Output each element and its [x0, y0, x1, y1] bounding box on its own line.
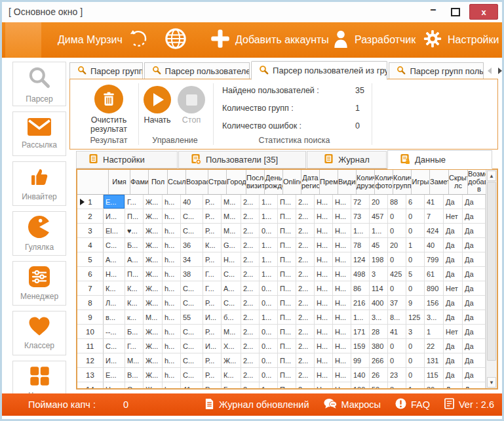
table-cell[interactable]: 7 — [425, 209, 444, 223]
table-cell[interactable]: 0... — [260, 224, 278, 237]
table-row[interactable]: 6Н...П...Ж...h...38Г...С...2...1...П...2… — [77, 267, 486, 281]
table-cell[interactable]: И... — [203, 339, 222, 353]
sidebar-item-mailer[interactable]: Рассылка — [12, 111, 66, 156]
table-cell[interactable]: 26 — [370, 368, 388, 382]
table-cell[interactable]: 2... — [241, 238, 260, 252]
row-header[interactable]: 2 — [77, 209, 104, 223]
refresh-button[interactable] — [128, 22, 149, 58]
scroll-down-icon[interactable]: ▼ — [487, 377, 496, 388]
table-cell[interactable]: 2... — [296, 296, 315, 310]
table-cell[interactable]: С... — [125, 382, 144, 388]
table-cell[interactable]: П... — [278, 310, 296, 324]
table-row[interactable]: 10--...Б...Ж...h...С...Р...М...2...0...П… — [77, 325, 486, 339]
table-cell[interactable]: Н... — [315, 281, 333, 295]
table-cell[interactable]: 72 — [351, 195, 370, 209]
table-cell[interactable]: 1 — [406, 382, 425, 388]
table-cell[interactable]: ♥... — [125, 224, 144, 237]
table-row[interactable]: 14Н...С...Ж...h...41Р...Б...2...1...П...… — [77, 382, 486, 388]
table-cell[interactable]: С... — [181, 209, 203, 223]
tab-parser-groups-of-users[interactable]: Парсер групп польз — [389, 62, 484, 79]
table-cell[interactable]: 171 — [351, 325, 370, 338]
table-cell[interactable]: Н... — [333, 252, 351, 266]
table-cell[interactable]: П... — [278, 252, 296, 266]
table-cell[interactable]: Р... — [203, 224, 222, 237]
row-header[interactable]: 6 — [77, 267, 104, 281]
table-cell[interactable]: 2... — [241, 353, 260, 367]
table-cell[interactable]: М... — [222, 224, 241, 237]
table-cell[interactable]: И... — [203, 310, 222, 324]
table-cell[interactable]: 1... — [370, 224, 388, 237]
table-cell[interactable]: 2... — [296, 252, 315, 266]
table-cell[interactable]: 0 — [388, 353, 406, 367]
sidebar-item-liker[interactable]: Классер — [12, 311, 66, 355]
table-cell[interactable]: 2... — [241, 310, 260, 324]
column-header[interactable]: Фамилия — [130, 170, 149, 194]
table-cell[interactable]: Ж... — [144, 195, 163, 209]
table-cell[interactable]: 0 — [406, 353, 425, 367]
table-cell[interactable]: Н... — [315, 325, 333, 338]
table-cell[interactable]: 38 — [181, 267, 203, 281]
table-cell[interactable]: 424 — [425, 224, 444, 237]
table-cell[interactable]: С... — [181, 368, 203, 382]
start-button[interactable]: Начать — [141, 86, 174, 125]
column-header[interactable]: Возраст — [186, 170, 208, 194]
table-cell[interactable]: Да — [463, 238, 486, 252]
table-cell[interactable]: 0 — [388, 209, 406, 223]
table-cell[interactable]: 216 — [351, 296, 370, 310]
faq-link[interactable]: FAQ — [395, 398, 430, 411]
table-cell[interactable]: П... — [278, 238, 296, 252]
table-cell[interactable]: h... — [163, 195, 181, 209]
table-cell[interactable]: Г... — [203, 267, 222, 281]
table-cell[interactable]: 1... — [351, 310, 370, 324]
table-cell[interactable]: 41 — [388, 325, 406, 338]
table-cell[interactable]: С... — [104, 339, 125, 353]
table-cell[interactable]: 0 — [406, 224, 425, 237]
table-cell[interactable]: 2... — [241, 281, 260, 295]
table-cell[interactable]: h... — [163, 310, 181, 324]
table-cell[interactable]: Н... — [333, 382, 351, 388]
table-cell[interactable]: Р... — [203, 382, 222, 388]
table-cell[interactable]: Х... — [222, 339, 241, 353]
table-cell[interactable]: Н... — [315, 382, 333, 388]
table-cell[interactable]: Н... — [333, 195, 351, 209]
table-cell[interactable]: Ж... — [144, 209, 163, 223]
table-cell[interactable]: 20 — [388, 238, 406, 252]
table-cell[interactable]: Г... — [125, 195, 144, 209]
sidebar-item-inviter[interactable]: Инвайтер — [12, 161, 66, 206]
table-cell[interactable]: Ж... — [222, 353, 241, 367]
table-cell[interactable]: Да — [463, 353, 486, 367]
table-cell[interactable]: 1... — [260, 310, 278, 324]
table-cell[interactable]: 140 — [351, 368, 370, 382]
table-cell[interactable]: М... — [222, 325, 241, 338]
table-cell[interactable]: 799 — [425, 252, 444, 266]
table-cell[interactable]: 3... — [370, 310, 388, 324]
table-cell[interactable]: Н... — [222, 252, 241, 266]
table-cell[interactable]: 2... — [241, 339, 260, 353]
table-cell[interactable]: 198 — [370, 252, 388, 266]
tab-parser-users-from-groups[interactable]: Парсер пользователей из групп — [251, 61, 387, 80]
table-cell[interactable]: П... — [278, 209, 296, 223]
tab-users[interactable]: Пользователи [35] — [178, 151, 306, 169]
table-cell[interactable]: Да — [463, 281, 486, 295]
scrollbar-thumb[interactable] — [487, 182, 496, 361]
table-cell[interactable]: 0 — [388, 281, 406, 295]
table-cell[interactable]: 99 — [351, 353, 370, 367]
table-cell[interactable]: К... — [125, 296, 144, 310]
table-cell[interactable]: Е... — [104, 195, 125, 209]
table-row[interactable]: 13Е...В...Ж...h...С...Р...К...2...0...П.… — [77, 368, 486, 382]
table-cell[interactable]: Да — [463, 195, 486, 209]
table-cell[interactable]: Н... — [333, 238, 351, 252]
table-cell[interactable]: 0... — [260, 325, 278, 338]
clear-result-button[interactable]: Очистить результат — [79, 85, 138, 134]
table-cell[interactable]: Да — [463, 267, 486, 281]
table-cell[interactable]: 1... — [260, 382, 278, 388]
table-cell[interactable]: Да — [463, 209, 486, 223]
row-header[interactable]: 13 — [77, 368, 104, 382]
table-cell[interactable]: 1... — [260, 209, 278, 223]
table-cell[interactable]: С... — [104, 238, 125, 252]
minimize-button[interactable]: – — [425, 5, 442, 19]
table-cell[interactable]: С... — [222, 267, 241, 281]
table-cell[interactable]: h... — [163, 281, 181, 295]
table-cell[interactable]: Да — [463, 224, 486, 237]
table-cell[interactable]: 2... — [241, 195, 260, 209]
